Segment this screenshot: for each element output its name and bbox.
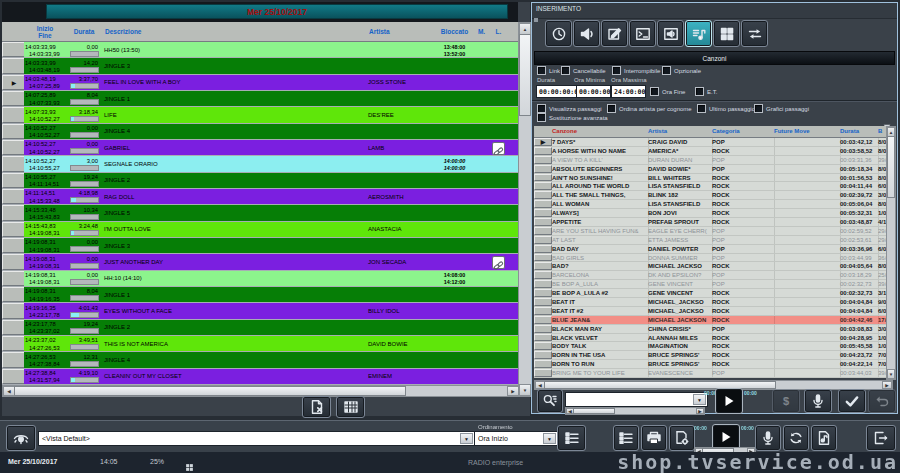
playlist-row[interactable]: 14:03:33,9914:03:48,1914,20JINGLE 3 (2, 58, 518, 74)
row-selector[interactable] (2, 156, 26, 171)
checkbox-grafici-passaggi[interactable]: Grafici passaggi (754, 104, 809, 113)
col-categoria[interactable]: Categoria (710, 126, 775, 138)
search-button[interactable] (537, 389, 563, 413)
playlist-vscrollbar[interactable]: ▲ ▼ (518, 22, 532, 397)
view-eye-button[interactable] (6, 425, 36, 451)
song-row[interactable]: BEAT IT #2MICHAEL_JACKSOROCK00:04:04,846… (534, 307, 891, 316)
checkbox-interrompibile[interactable]: Interrompibile (612, 66, 660, 75)
row-selector[interactable] (2, 336, 26, 351)
ora-minima-field[interactable]: 00:00:00 (576, 85, 611, 98)
song-row[interactable]: BLACK MAN RAYCHINA CRISIS*POP00:03:08,83… (534, 325, 891, 334)
col-durata[interactable]: Durata (838, 126, 879, 138)
col-bloccato[interactable]: Bloccato (436, 22, 474, 42)
song-row[interactable]: BORN IN THE USABRUCE SPRINGS'ROCK00:04:2… (534, 351, 891, 360)
playlist-row[interactable]: 14:27:38,8414:31:57,944:19,10CLEANIN' OU… (2, 369, 518, 385)
playlist-row[interactable]: ▶14:03:48,1914:07:25,893:37,70FEEL IN LO… (2, 75, 518, 91)
song-row[interactable]: BODY TALKIMAGINATIONROCK00:05:45,581/0 (534, 342, 891, 351)
song-row[interactable]: ALL WOMANLISA STANSFIELDROCK00:05:06,048… (534, 200, 891, 209)
song-row[interactable]: ▶7 DAYS*CRAIG DAVIDPOP00:03:42,128/0 (534, 138, 891, 147)
col-durata[interactable]: Durata (66, 22, 103, 42)
undo-button[interactable] (868, 389, 896, 413)
col-future-move[interactable]: Future Move (772, 126, 841, 138)
checkbox-et[interactable]: E.T. (695, 87, 717, 96)
song-row[interactable]: ABSOLUTE BEGINNERSDAVID BOWIE*POP00:05:1… (534, 165, 891, 174)
checkbox-ora-fine[interactable]: Ora Fine (650, 87, 685, 96)
edit-button[interactable] (601, 20, 628, 47)
checkbox-cancellabile[interactable]: Cancellabile (561, 66, 606, 75)
song-row[interactable]: BE BOP A_LULA #2GENE VINCENTROCK00:02:32… (534, 289, 891, 298)
row-selector[interactable] (2, 140, 26, 155)
scroll-right-arrow[interactable]: ▶ (696, 408, 704, 414)
playlist-row[interactable]: 14:19:16,3514:23:17,784:01,43EYES WITHOU… (2, 303, 518, 319)
row-selector[interactable] (2, 271, 26, 286)
col-l[interactable]: L. (490, 22, 508, 42)
playlist-row[interactable]: 14:27:26,5314:27:38,8412,31JINGLE 4 (2, 352, 518, 368)
row-selector[interactable] (2, 173, 26, 188)
refresh-button[interactable] (783, 425, 809, 451)
mic-button[interactable] (755, 425, 781, 451)
grip-handle[interactable] (534, 18, 538, 22)
ordinamento-combo[interactable]: Ora Inizio ▼ (474, 431, 558, 446)
row-selector[interactable] (2, 222, 26, 237)
confirm-button[interactable] (838, 389, 866, 413)
playlist-row[interactable]: 14:19:08,3114:19:08,310,00JUST ANOTHER D… (2, 254, 518, 270)
doc-note-button[interactable] (811, 425, 837, 451)
checkbox-link[interactable]: Link (537, 66, 560, 75)
row-selector[interactable] (2, 287, 26, 302)
song-row[interactable]: BLACK VELVETALANNAH MILESROCK00:04:28,95… (534, 334, 891, 343)
song-row[interactable]: A HORSE WITH NO NAMEAMERICA*ROCK00:03:58… (534, 147, 891, 156)
grid-view-button[interactable] (336, 396, 365, 418)
col-inizio-fine[interactable]: Inizio Fine (24, 22, 67, 42)
checkbox-ultimo-passaggio[interactable]: Ultimo passaggio (697, 104, 755, 113)
row-selector[interactable] (2, 189, 26, 204)
checkbox-sostituzione-avanzata[interactable]: Sostituzione avanzata (537, 113, 608, 122)
ora-massima-field[interactable]: 24:00:00 (611, 85, 646, 98)
song-row[interactable]: BAD GIRLSDONNA SUMMERPOP00:03:44,9936/0 (534, 254, 891, 263)
row-selector[interactable] (2, 303, 26, 318)
song-row[interactable]: ALL THE SMALL THINGS,BLINK 182ROCK00:02:… (534, 191, 891, 200)
playlist-button[interactable] (613, 425, 639, 451)
checkbox-ordina-artista-per-cognome[interactable]: Ordina artista per cognome (607, 104, 692, 113)
song-row[interactable]: BE BOP A_LULAGENE VINCENTPOP00:02:32,733… (534, 280, 891, 289)
playlist-edit-button[interactable] (557, 425, 586, 451)
schedule-clock-button[interactable] (545, 20, 572, 47)
chevron-down-icon[interactable]: ▼ (543, 433, 556, 444)
command-button[interactable] (629, 20, 656, 47)
grid-button[interactable] (713, 20, 740, 47)
playlist-row[interactable]: 14:10:52,2714:10:55,273,00SEGNALE ORARIO… (2, 156, 518, 172)
scroll-down-arrow[interactable]: ▼ (887, 369, 895, 379)
transfer-button[interactable] (741, 20, 768, 47)
clear-list-button[interactable] (302, 396, 331, 418)
preview-scrollbar[interactable]: ◀ ▶ (565, 407, 705, 415)
song-row[interactable]: BEAT ITMICHAEL_JACKSOROCK00:04:04,849/0 (534, 298, 891, 307)
row-selector[interactable] (2, 124, 26, 139)
scroll-right-arrow[interactable]: ▶ (882, 381, 892, 389)
songs-vscrollbar[interactable]: ▲ ▼ (886, 126, 896, 380)
song-row[interactable]: APPETITEPREFAB SPROUTROCK00:03:48,874/1 (534, 218, 891, 227)
playlist-row[interactable]: 14:03:33,9914:03:33,990,00HH50 (13:50)13… (2, 42, 518, 58)
song-row[interactable]: AT LASTETTA JAMESSPOP00:02:53,6129/0 (534, 236, 891, 245)
playlist-row[interactable]: 14:07:25,8914:07:33,938,04JINGLE 1 (2, 91, 518, 107)
scroll-thumb[interactable] (573, 408, 615, 414)
checkbox-visualizza-passaggi[interactable]: Visualizza passaggi (537, 104, 602, 113)
playlist-row[interactable]: 14:07:33,9314:10:52,273:18,34LIFEDES'REE (2, 107, 518, 123)
col-m[interactable]: M. (473, 22, 491, 42)
playlist-row[interactable]: 14:10:52,2714:10:52,270,00GABRIELLAMB (2, 140, 518, 156)
chevron-down-icon[interactable]: ▼ (460, 433, 473, 444)
durata-field[interactable]: 00:00:00:00 (536, 85, 578, 98)
audio-box-button[interactable] (657, 20, 684, 47)
playlist-row[interactable]: 14:19:08,3114:19:08,310,00JINGLE 3 (2, 238, 518, 254)
scroll-down-arrow[interactable]: ▼ (519, 384, 531, 396)
playlist-row[interactable]: 14:10:55,2714:11:14,5119,24JINGLE 2 (2, 173, 518, 189)
playlist-row[interactable]: 14:10:52,2714:10:52,270,00JINGLE 4 (2, 124, 518, 140)
song-row[interactable]: AIN'T NO SUNSHINE!BILL WHITERSROCK00:01:… (534, 174, 891, 183)
song-row[interactable]: BAD?MICHAEL JACKSOROCK00:04:05,648/0 (534, 262, 891, 271)
row-selector[interactable] (2, 238, 26, 253)
playlist-row[interactable]: 14:23:37,0214:27:26,533:49,51THIS IS NOT… (2, 336, 518, 352)
col-artista[interactable]: Artista (646, 126, 713, 138)
playlist-row[interactable]: 14:11:14,5114:15:33,484:18,98RAG DOLLAER… (2, 189, 518, 205)
song-row[interactable]: ALWAYS]BON JOVIROCK00:05:32,311/0 (534, 209, 891, 218)
song-row[interactable]: BORN TO RUNBRUCE SPRINGS'ROCK00:04:22,14… (534, 360, 891, 369)
songs-button[interactable] (685, 20, 712, 47)
checkbox-opzionale[interactable]: Opzionale (662, 66, 701, 75)
